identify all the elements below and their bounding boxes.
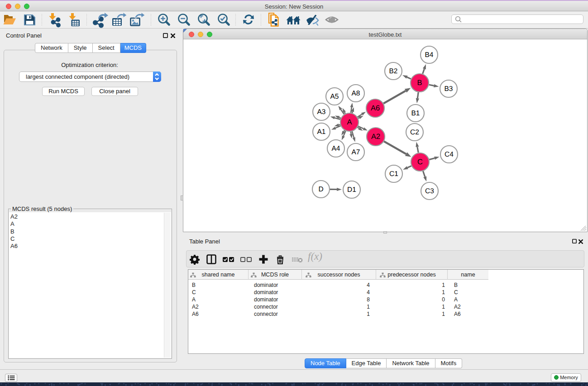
svg-text:A8: A8	[352, 90, 360, 97]
svg-text:B: B	[417, 79, 422, 87]
svg-text:C4: C4	[445, 151, 454, 158]
svg-text:A6: A6	[371, 104, 380, 112]
svg-text:B2: B2	[389, 67, 398, 75]
svg-text:B4: B4	[425, 51, 434, 59]
svg-text:D1: D1	[347, 186, 356, 194]
svg-text:A: A	[347, 118, 352, 126]
svg-text:C3: C3	[425, 187, 434, 195]
svg-text:A7: A7	[352, 148, 360, 156]
svg-text:C1: C1	[389, 170, 398, 178]
svg-text:B3: B3	[445, 85, 453, 93]
svg-text:B1: B1	[411, 110, 420, 117]
svg-text:A4: A4	[332, 145, 340, 152]
svg-text:C2: C2	[410, 129, 419, 136]
svg-text:A2: A2	[371, 133, 380, 141]
svg-text:A1: A1	[317, 128, 326, 136]
svg-text:A3: A3	[317, 108, 326, 116]
svg-text:D: D	[318, 186, 323, 193]
svg-text:C: C	[417, 158, 423, 166]
svg-text:A5: A5	[330, 93, 339, 100]
